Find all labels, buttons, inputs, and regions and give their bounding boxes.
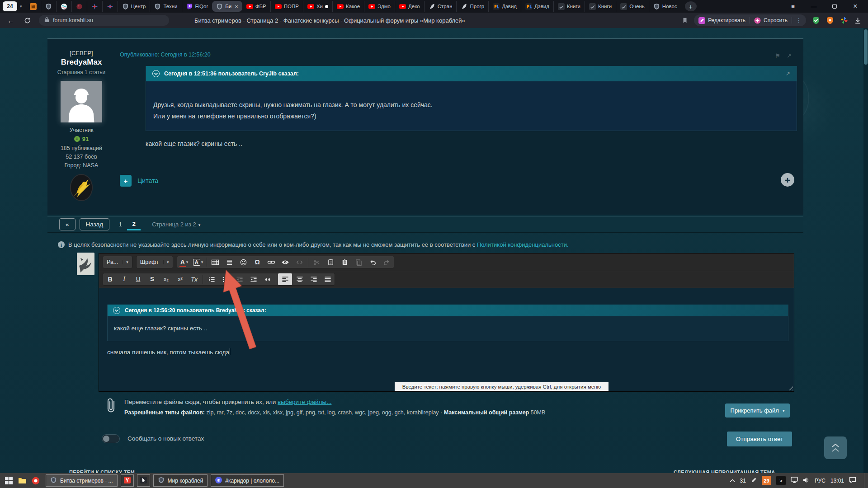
pill-more-icon[interactable]: ⋮ xyxy=(796,17,802,23)
page-number-1[interactable]: 1 xyxy=(113,219,127,230)
table-button[interactable] xyxy=(208,256,222,268)
shield-extension-icon[interactable] xyxy=(826,16,834,24)
author-name[interactable]: BredyaMax xyxy=(47,58,115,67)
browser-tab[interactable] xyxy=(102,1,118,12)
reply-author-avatar[interactable] xyxy=(77,253,94,275)
browser-tab[interactable]: Книги xyxy=(553,1,585,12)
pinwheel-extension-icon[interactable] xyxy=(840,16,848,24)
edit-with-ai-button[interactable]: Редактировать xyxy=(698,17,745,24)
superscript-button[interactable]: x² xyxy=(173,273,187,285)
browser-app-icon[interactable] xyxy=(29,473,42,488)
browser-tab[interactable]: Очень xyxy=(616,1,649,12)
tray-language[interactable]: РУС xyxy=(815,478,826,483)
tray-volume-icon[interactable] xyxy=(803,477,810,484)
adblock-extension-icon[interactable] xyxy=(812,16,820,24)
share-icon[interactable]: ↗ xyxy=(787,52,792,59)
browser-tab[interactable]: Дэвид xyxy=(488,1,521,12)
link-button[interactable] xyxy=(264,256,278,268)
browser-tab[interactable]: Какое xyxy=(332,1,364,12)
align-justify-button[interactable] xyxy=(321,273,335,285)
bg-color-button[interactable]: A▾ xyxy=(191,256,205,268)
browser-tab-active[interactable]: Би× xyxy=(212,1,242,12)
font-dropdown[interactable]: Шрифт▾ xyxy=(136,256,173,268)
tray-console-icon[interactable]: > xyxy=(776,476,786,485)
browser-tab[interactable] xyxy=(41,1,56,12)
special-char-button[interactable]: Ω xyxy=(250,256,264,268)
browser-tab[interactable]: Техни xyxy=(150,1,181,12)
back-to-topics-link[interactable]: ПЕРЕЙТИ К СПИСКУ ТЕМ xyxy=(69,469,135,473)
browser-tab[interactable]: FiQor xyxy=(182,1,212,12)
redo-button[interactable] xyxy=(380,256,394,268)
tab-close-icon[interactable]: × xyxy=(235,3,238,10)
indent-button[interactable] xyxy=(246,273,260,285)
taskbar-app[interactable]: Битва стримеров - ... xyxy=(46,474,118,487)
ordered-list-button[interactable] xyxy=(204,273,218,285)
taskbar-app[interactable]: #каридор | олололо... xyxy=(211,474,284,487)
browser-tab[interactable] xyxy=(56,1,71,12)
attach-file-button[interactable]: Прикрепить файл▾ xyxy=(725,404,790,418)
browser-tab[interactable]: Новос xyxy=(649,1,681,12)
browser-tab[interactable]: Прогр xyxy=(456,1,488,12)
first-page-button[interactable]: « xyxy=(59,218,75,230)
address-bar[interactable]: forum.korabli.su xyxy=(39,15,169,26)
resize-grip[interactable] xyxy=(787,385,793,390)
scrollbar-thumb[interactable] xyxy=(864,29,868,65)
browser-tab[interactable]: Стран xyxy=(424,1,457,12)
back-icon[interactable]: ← xyxy=(7,17,14,24)
source-code-button[interactable] xyxy=(292,256,307,268)
copy-button[interactable] xyxy=(352,256,366,268)
browser-tab[interactable] xyxy=(87,1,102,12)
minimize-icon[interactable]: — xyxy=(810,3,817,10)
browser-tab[interactable] xyxy=(26,1,41,12)
taskbar-app[interactable]: Мир кораблей xyxy=(153,474,208,487)
styles-dropdown[interactable]: Ра...▾ xyxy=(103,256,132,268)
bullet-list-button[interactable] xyxy=(218,273,232,285)
author-clan-tag[interactable]: [СЕВЕР] xyxy=(47,50,115,56)
reputation-badge[interactable]: + 91 xyxy=(47,136,115,142)
close-icon[interactable]: × xyxy=(852,3,859,10)
smiley-button[interactable] xyxy=(236,256,250,268)
browser-tab[interactable] xyxy=(71,1,87,12)
taskbar-app-icon[interactable] xyxy=(137,474,150,487)
outdent-button[interactable] xyxy=(232,273,246,285)
browser-tab[interactable]: Эдмо xyxy=(364,1,395,12)
attachments-zone[interactable]: Переместите файлы сюда, чтобы прикрепить… xyxy=(105,398,545,416)
collapse-quote-icon[interactable] xyxy=(113,307,120,314)
tray-pen-icon[interactable] xyxy=(751,477,757,484)
page-number-2[interactable]: 2 xyxy=(127,218,141,230)
browser-menu-icon[interactable]: ≡ xyxy=(789,3,797,10)
taskbar-app-icon[interactable] xyxy=(121,474,134,487)
tray-monitor-icon[interactable] xyxy=(791,477,798,484)
editor-quote-header[interactable]: Сегодня в 12:56:20 пользователь BredyaMa… xyxy=(108,305,788,316)
quote-button[interactable]: + Цитата xyxy=(120,175,158,187)
page-info-dropdown[interactable]: Страница 2 из 2▾ xyxy=(152,221,200,228)
bookmark-icon[interactable] xyxy=(682,17,688,24)
scroll-to-top-button[interactable] xyxy=(824,436,847,459)
start-button[interactable] xyxy=(2,473,15,488)
spoiler-eye-button[interactable] xyxy=(278,256,292,268)
quote-link-icon[interactable]: ↗ xyxy=(786,70,790,77)
flag-icon[interactable]: ⚑ xyxy=(775,52,780,59)
italic-button[interactable]: I xyxy=(117,273,131,285)
submit-reply-button[interactable]: Отправить ответ xyxy=(727,432,792,446)
tray-clock[interactable]: 13:01 xyxy=(830,478,844,483)
browser-tab[interactable]: Хи xyxy=(303,1,332,12)
maximize-icon[interactable] xyxy=(831,3,838,10)
next-unread-topic-link[interactable]: СЛЕДУЮЩАЯ НЕПРОЧИТАННАЯ ТЕМА xyxy=(674,469,775,473)
post-timestamp[interactable]: Опубликовано: Сегодня в 12:56:20 xyxy=(120,52,797,58)
choose-files-link[interactable]: выберите файлы... xyxy=(278,399,331,405)
download-icon[interactable] xyxy=(854,17,862,24)
notify-toggle[interactable] xyxy=(102,434,120,443)
align-center-button[interactable] xyxy=(292,273,307,285)
browser-tab[interactable]: Книги xyxy=(585,1,616,12)
align-left-button[interactable] xyxy=(278,273,292,285)
paste-button[interactable] xyxy=(338,256,352,268)
remove-format-button[interactable]: Tx xyxy=(187,273,201,285)
avatar[interactable] xyxy=(61,81,102,122)
reload-icon[interactable] xyxy=(24,17,31,24)
subscript-button[interactable]: x₂ xyxy=(159,273,173,285)
prev-page-button[interactable]: Назад xyxy=(80,218,110,230)
paste-text-button[interactable] xyxy=(324,256,338,268)
editor-content[interactable]: Сегодня в 12:56:20 пользователь BredyaMa… xyxy=(99,288,794,391)
strike-button[interactable]: S xyxy=(145,273,159,285)
